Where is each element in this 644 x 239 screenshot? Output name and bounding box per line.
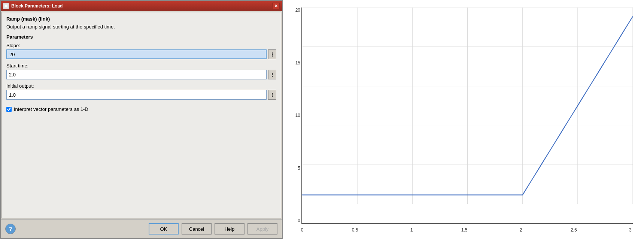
- x-label-1: 1: [410, 227, 413, 233]
- apply-label: Apply: [256, 226, 269, 232]
- button-bar: ? OK Cancel Help Apply: [1, 219, 282, 238]
- initial-output-input[interactable]: [6, 90, 267, 100]
- x-label-0: 0: [301, 227, 304, 233]
- block-parameters-dialog: ■ Block Parameters: Load ✕ Ramp (mask) (…: [0, 0, 283, 239]
- slope-field-group: Slope:: [6, 43, 276, 59]
- initial-output-field-row: [6, 90, 276, 100]
- dot1: [272, 52, 273, 54]
- dot3: [272, 55, 273, 57]
- parameters-label: Parameters: [6, 34, 276, 40]
- help-icon-button[interactable]: ?: [5, 224, 16, 234]
- y-label-15: 15: [287, 60, 300, 66]
- dialog-icon: ■: [3, 3, 9, 9]
- x-axis-labels: 0 0.5 1 1.5 2 2.5 3: [302, 227, 633, 233]
- cancel-label: Cancel: [189, 226, 204, 232]
- slope-input[interactable]: [6, 49, 267, 59]
- interpret-vector-label: Interpret vector parameters as 1-D: [14, 106, 88, 112]
- x-label-25: 2.5: [571, 227, 577, 233]
- dot2: [272, 94, 273, 96]
- initial-output-label: Initial output:: [6, 83, 276, 89]
- cancel-button[interactable]: Cancel: [182, 223, 212, 235]
- ok-label: OK: [160, 226, 167, 232]
- y-label-20: 20: [287, 7, 300, 13]
- start-time-label: Start time:: [6, 63, 276, 69]
- dialog-titlebar: ■ Block Parameters: Load ✕: [1, 1, 282, 11]
- chart-svg: [302, 7, 633, 204]
- slope-field-row: [6, 49, 276, 59]
- x-label-2: 2: [520, 227, 522, 233]
- description-text: Output a ramp signal starting at the spe…: [6, 24, 276, 30]
- x-label-05: 0.5: [352, 227, 358, 233]
- dot2: [272, 74, 273, 75]
- dot1: [272, 93, 273, 94]
- slope-label: Slope:: [6, 43, 276, 48]
- ok-button[interactable]: OK: [149, 223, 179, 235]
- y-label-0: 0: [287, 218, 300, 223]
- dialog-body: Ramp (mask) (link) Output a ramp signal …: [1, 12, 281, 218]
- initial-output-field-group: Initial output:: [6, 83, 276, 100]
- chart-area: 0 5 10 15 20 0 0.5 1 1.5 2 2.5 3: [301, 7, 633, 224]
- slope-menu-button[interactable]: [268, 49, 276, 59]
- chart-panel: 0 5 10 15 20 0 0.5 1 1.5 2 2.5 3: [283, 0, 644, 239]
- help-label: Help: [225, 226, 235, 232]
- dot3: [272, 96, 273, 97]
- dot3: [272, 76, 273, 77]
- apply-button[interactable]: Apply: [247, 223, 277, 235]
- help-button[interactable]: Help: [215, 223, 244, 235]
- dialog-title: ■ Block Parameters: Load: [3, 3, 63, 9]
- start-time-field-row: [6, 70, 276, 79]
- x-label-3: 3: [629, 227, 632, 233]
- interpret-vector-row: Interpret vector parameters as 1-D: [6, 106, 276, 112]
- x-label-15: 1.5: [461, 227, 468, 233]
- start-time-input[interactable]: [6, 70, 267, 79]
- close-button[interactable]: ✕: [272, 3, 280, 9]
- start-time-field-group: Start time:: [6, 63, 276, 79]
- section-header: Ramp (mask) (link): [6, 16, 276, 22]
- start-time-menu-button[interactable]: [268, 70, 276, 79]
- y-axis-labels: 0 5 10 15 20: [287, 7, 300, 223]
- dot2: [272, 54, 273, 55]
- initial-output-menu-button[interactable]: [268, 90, 276, 100]
- dot1: [272, 73, 273, 74]
- y-label-5: 5: [287, 166, 300, 171]
- y-label-10: 10: [287, 113, 300, 118]
- interpret-vector-checkbox[interactable]: [6, 107, 12, 112]
- dialog-title-text: Block Parameters: Load: [11, 3, 63, 9]
